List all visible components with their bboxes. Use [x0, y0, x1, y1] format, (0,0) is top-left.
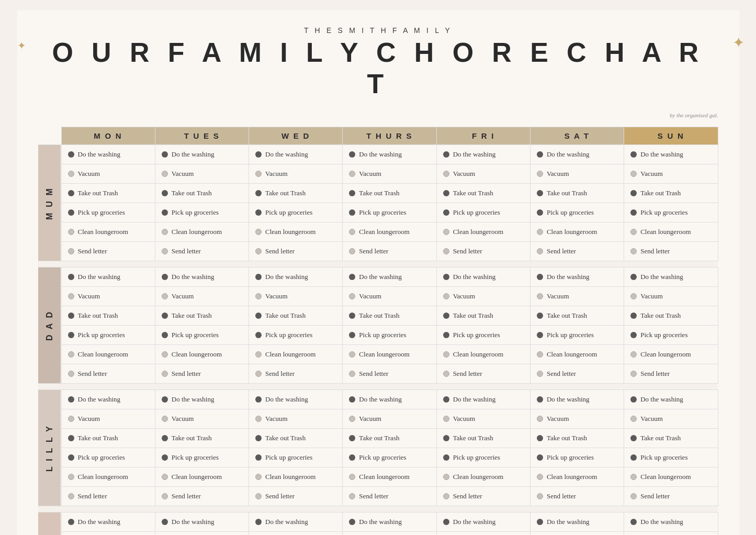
- chore-item: Send letter: [68, 247, 149, 255]
- chore-dot-icon: [68, 435, 74, 441]
- chore-cell: Do the washing: [530, 145, 624, 164]
- chore-dot-icon: [162, 248, 168, 254]
- chore-cell: Vacuum: [61, 164, 155, 184]
- chore-text: Vacuum: [640, 415, 663, 423]
- chore-dot-icon: [162, 293, 168, 299]
- chore-cell: Vacuum: [343, 164, 436, 184]
- chore-dot-icon: [443, 190, 449, 196]
- chore-item: Send letter: [630, 370, 711, 378]
- person-label-dad: D A D: [38, 268, 61, 384]
- chore-row: VacuumVacuumVacuumVacuumVacuumVacuumVacu…: [38, 287, 718, 306]
- page: T H E S M I T H F A M I L Y ✦ O U R F A …: [17, 10, 739, 535]
- chore-cell: Take out Trash: [624, 184, 718, 203]
- chore-cell: Do the washing: [61, 145, 155, 164]
- chore-cell: Do the washing: [530, 268, 624, 287]
- chore-cell: Pick up groceries: [61, 448, 155, 467]
- chore-item: Send letter: [255, 247, 336, 255]
- chore-cell: Vacuum: [155, 532, 249, 536]
- chore-text: Do the washing: [78, 395, 121, 404]
- chore-dot-icon: [162, 274, 168, 280]
- chore-cell: Clean loungeroom: [155, 345, 249, 364]
- chore-dot-icon: [68, 454, 74, 461]
- chore-cell: Send letter: [155, 242, 249, 261]
- chore-cell: Pick up groceries: [624, 448, 718, 467]
- chore-cell: Pick up groceries: [155, 448, 249, 467]
- chore-text: Pick up groceries: [359, 453, 406, 462]
- chore-text: Take out Trash: [547, 311, 587, 320]
- chore-text: Send letter: [640, 370, 670, 378]
- chore-dot-icon: [162, 332, 168, 338]
- chore-cell: Clean loungeroom: [249, 467, 343, 487]
- chore-text: Pick up groceries: [453, 331, 500, 339]
- chore-text: Pick up groceries: [453, 208, 500, 217]
- chore-cell: Clean loungeroom: [530, 222, 624, 242]
- chore-cell: Clean loungeroom: [530, 467, 624, 487]
- chore-text: Do the washing: [265, 273, 308, 281]
- chore-dot-icon: [349, 416, 355, 422]
- chore-row: Send letterSend letterSend letterSend le…: [38, 242, 718, 261]
- chore-cell: Clean loungeroom: [436, 467, 530, 487]
- chore-cell: Do the washing: [343, 145, 436, 164]
- chore-cell: Do the washing: [624, 268, 718, 287]
- chore-text: Take out Trash: [547, 189, 587, 197]
- chore-item: Do the washing: [443, 150, 524, 159]
- chore-cell: Clean loungeroom: [155, 467, 249, 487]
- chore-text: Do the washing: [359, 273, 402, 281]
- chore-cell: Pick up groceries: [624, 203, 718, 222]
- chore-text: Take out Trash: [453, 189, 493, 197]
- chore-dot-icon: [68, 229, 74, 235]
- chore-text: Pick up groceries: [359, 331, 406, 339]
- chore-cell: Pick up groceries: [155, 326, 249, 345]
- chore-item: Take out Trash: [630, 189, 711, 197]
- chore-cell: Do the washing: [249, 512, 343, 532]
- chore-text: Vacuum: [453, 415, 476, 423]
- chore-item: Take out Trash: [162, 189, 242, 197]
- chore-cell: Do the washing: [249, 390, 343, 409]
- chore-text: Clean loungeroom: [78, 350, 128, 359]
- chore-text: Vacuum: [78, 292, 100, 300]
- chore-dot-icon: [162, 190, 168, 196]
- chore-dot-icon: [255, 519, 262, 525]
- chore-row: Clean loungeroomClean loungeroomClean lo…: [38, 467, 718, 487]
- chore-dot-icon: [630, 454, 637, 461]
- chore-item: Pick up groceries: [443, 331, 524, 339]
- chore-cell: Send letter: [530, 242, 624, 261]
- chore-dot-icon: [349, 313, 355, 319]
- chore-item: Pick up groceries: [349, 453, 430, 462]
- chore-cell: Clean loungeroom: [624, 467, 718, 487]
- chore-item: Vacuum: [630, 292, 711, 300]
- chore-cell: Send letter: [343, 242, 436, 261]
- chore-cell: Vacuum: [343, 287, 436, 306]
- chore-cell: Do the washing: [249, 145, 343, 164]
- chore-item: Pick up groceries: [255, 331, 336, 339]
- chore-dot-icon: [443, 171, 449, 177]
- chore-cell: Vacuum: [436, 409, 530, 429]
- chore-item: Send letter: [255, 370, 336, 378]
- chore-text: Clean loungeroom: [359, 228, 409, 236]
- chore-text: Send letter: [547, 370, 576, 378]
- chore-text: Clean loungeroom: [547, 228, 597, 236]
- chore-cell: Send letter: [343, 364, 436, 384]
- chore-dot-icon: [349, 474, 355, 480]
- chore-cell: Send letter: [530, 364, 624, 384]
- chore-text: Do the washing: [359, 395, 402, 404]
- subtitle: T H E S M I T H F A M I L Y: [38, 26, 718, 35]
- chore-dot-icon: [537, 171, 543, 177]
- chore-dot-icon: [68, 351, 74, 358]
- chore-item: Clean loungeroom: [630, 228, 711, 236]
- chore-item: Vacuum: [443, 292, 524, 300]
- chore-dot-icon: [443, 351, 449, 358]
- chore-item: Vacuum: [443, 415, 524, 423]
- day-header-fri: F R I: [436, 127, 530, 145]
- chore-cell: Send letter: [61, 487, 155, 506]
- chore-item: Vacuum: [349, 415, 430, 423]
- chore-text: Pick up groceries: [78, 331, 125, 339]
- chore-item: Clean loungeroom: [349, 473, 430, 481]
- chore-item: Do the washing: [443, 518, 524, 526]
- chore-text: Take out Trash: [453, 434, 493, 442]
- chore-text: Pick up groceries: [640, 453, 687, 462]
- chore-text: Send letter: [78, 370, 107, 378]
- chore-dot-icon: [443, 454, 449, 461]
- chore-item: Vacuum: [255, 170, 336, 178]
- chore-item: Vacuum: [630, 170, 711, 178]
